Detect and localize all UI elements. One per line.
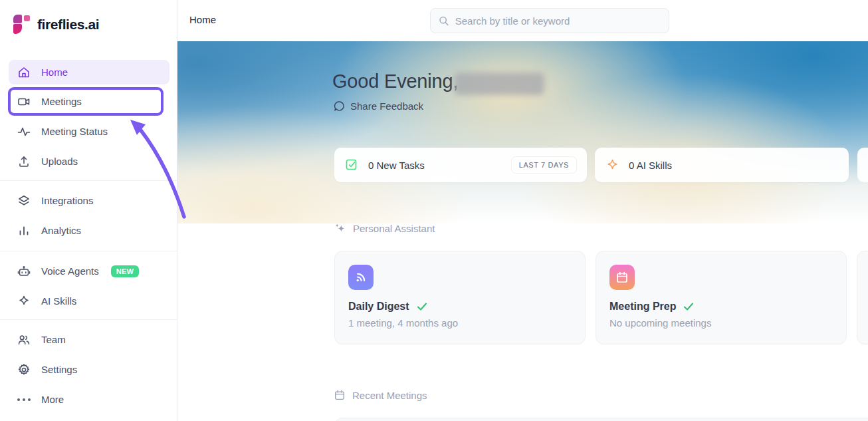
sidebar-item-ai-skills[interactable]: AI Skills bbox=[9, 289, 169, 313]
meeting-prep-card[interactable]: Meeting Prep No upcoming meetings bbox=[596, 251, 847, 345]
sidebar-item-label: Uploads bbox=[41, 156, 78, 167]
ellipsis-icon bbox=[17, 398, 31, 401]
sidebar-item-uploads[interactable]: Uploads bbox=[9, 149, 169, 174]
fireflies-logo-icon bbox=[13, 15, 31, 34]
calendar-icon bbox=[334, 389, 346, 401]
brand-name: fireflies.ai bbox=[37, 17, 99, 33]
sidebar-item-voice-agents[interactable]: Voice Agents NEW bbox=[9, 259, 169, 283]
sidebar-divider bbox=[0, 180, 177, 181]
bar-chart-icon bbox=[17, 224, 31, 237]
sidebar-item-label: AI Skills bbox=[41, 295, 76, 307]
new-tasks-card[interactable]: 0 New Tasks LAST 7 DAYS bbox=[334, 148, 587, 182]
sidebar-item-settings[interactable]: Settings bbox=[9, 357, 169, 382]
checkbox-check-icon bbox=[345, 158, 359, 172]
video-camera-icon bbox=[17, 95, 31, 108]
sidebar-item-analytics[interactable]: Analytics bbox=[9, 218, 169, 243]
sidebar-item-label: Team bbox=[41, 334, 66, 345]
sparkle-icon bbox=[605, 158, 619, 172]
sidebar-item-label: Meetings bbox=[41, 96, 82, 107]
sidebar-item-label: Analytics bbox=[41, 225, 81, 236]
sidebar-item-meeting-status[interactable]: Meeting Status bbox=[9, 119, 169, 144]
sidebar: fireflies.ai Home Meetings Meeting Statu… bbox=[0, 0, 177, 421]
personal-assistant-header: Personal Assistant bbox=[334, 222, 435, 235]
home-icon bbox=[17, 66, 31, 79]
ai-skills-card[interactable]: 0 AI Skills bbox=[595, 148, 849, 182]
recent-meetings-header: Recent Meetings bbox=[334, 389, 427, 401]
section-title: Recent Meetings bbox=[352, 390, 427, 401]
ai-skills-label: 0 AI Skills bbox=[629, 160, 672, 171]
new-badge: NEW bbox=[111, 265, 140, 277]
sparkles-icon bbox=[334, 222, 346, 235]
sidebar-item-more[interactable]: More bbox=[9, 387, 169, 412]
last-7-days-badge: LAST 7 DAYS bbox=[512, 157, 576, 173]
share-feedback-link[interactable]: Share Feedback bbox=[334, 100, 423, 112]
topbar: Home bbox=[177, 0, 868, 41]
people-icon bbox=[17, 333, 31, 347]
robot-icon bbox=[17, 265, 31, 278]
card-subtitle: 1 meeting, 4 months ago bbox=[348, 317, 572, 329]
fireflies-logo[interactable]: fireflies.ai bbox=[13, 15, 99, 34]
sidebar-item-label: Home bbox=[41, 67, 68, 78]
layers-icon bbox=[17, 194, 31, 208]
partial-stat-card bbox=[857, 148, 868, 182]
sidebar-item-label: More bbox=[41, 394, 64, 405]
share-feedback-label: Share Feedback bbox=[350, 100, 423, 112]
sidebar-item-label: Integrations bbox=[41, 195, 93, 206]
fireflies-dashboard: fireflies.ai Home Meetings Meeting Statu… bbox=[0, 0, 868, 421]
search-input[interactable] bbox=[455, 15, 661, 27]
main-area: Home Good Evening, Share Feedback bbox=[177, 0, 868, 421]
card-title: Meeting Prep bbox=[609, 301, 676, 313]
chat-bubble-icon bbox=[334, 100, 345, 112]
breadcrumb: Home bbox=[189, 14, 216, 25]
pulse-icon bbox=[17, 125, 31, 138]
sidebar-item-label: Meeting Status bbox=[41, 126, 108, 137]
daily-digest-card[interactable]: Daily Digest 1 meeting, 4 months ago bbox=[334, 251, 586, 345]
card-title: Daily Digest bbox=[348, 301, 409, 313]
upload-icon bbox=[17, 155, 31, 168]
recent-meetings-card-edge bbox=[334, 418, 868, 421]
sparkle-icon bbox=[17, 295, 31, 308]
greeting-text: Good Evening, bbox=[332, 70, 458, 92]
hero-banner: Good Evening, Share Feedback bbox=[177, 41, 868, 223]
gear-icon bbox=[17, 363, 31, 376]
sidebar-item-meetings[interactable]: Meetings bbox=[9, 89, 169, 114]
sidebar-item-label: Voice Agents bbox=[41, 265, 99, 277]
section-title: Personal Assistant bbox=[353, 223, 435, 234]
new-tasks-label: 0 New Tasks bbox=[368, 160, 425, 171]
rss-icon bbox=[348, 265, 374, 290]
sidebar-item-team[interactable]: Team bbox=[9, 327, 169, 352]
sidebar-divider bbox=[0, 319, 177, 320]
card-subtitle: No upcoming meetings bbox=[609, 317, 833, 329]
sidebar-item-home[interactable]: Home bbox=[9, 60, 169, 84]
sidebar-divider bbox=[0, 251, 177, 251]
check-icon bbox=[683, 301, 695, 313]
sidebar-item-integrations[interactable]: Integrations bbox=[9, 188, 169, 213]
calendar-icon bbox=[609, 265, 635, 290]
sidebar-item-label: Settings bbox=[41, 364, 77, 375]
check-icon bbox=[416, 301, 428, 313]
partial-assistant-card bbox=[857, 251, 868, 345]
search-box[interactable] bbox=[430, 8, 669, 33]
redacted-user-name bbox=[454, 72, 544, 95]
search-icon bbox=[439, 15, 449, 27]
